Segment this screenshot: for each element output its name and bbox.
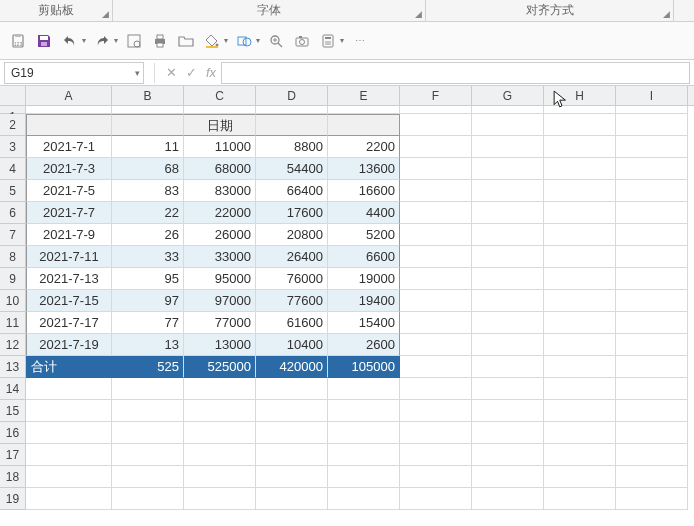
cell[interactable]: 2600 [328, 334, 400, 356]
cell[interactable] [184, 422, 256, 444]
cell[interactable] [400, 422, 472, 444]
cell[interactable] [472, 246, 544, 268]
cell[interactable] [400, 312, 472, 334]
cell[interactable] [26, 466, 112, 488]
cell[interactable] [26, 400, 112, 422]
cell[interactable] [400, 400, 472, 422]
cell[interactable] [26, 378, 112, 400]
cell[interactable]: 420000 [256, 356, 328, 378]
ribbon-group-clipboard[interactable]: 剪贴板 ◢ [0, 0, 113, 21]
cell[interactable]: 2200 [328, 136, 400, 158]
cell[interactable] [400, 378, 472, 400]
cell[interactable] [544, 312, 616, 334]
cell[interactable] [400, 224, 472, 246]
cell[interactable]: 77 [112, 312, 184, 334]
cell[interactable] [616, 356, 688, 378]
cell[interactable] [400, 114, 472, 136]
cell[interactable] [616, 466, 688, 488]
cell[interactable] [256, 488, 328, 510]
row-header[interactable]: 8 [0, 246, 26, 268]
cell[interactable] [256, 466, 328, 488]
cell[interactable] [472, 290, 544, 312]
row-header[interactable]: 13 [0, 356, 26, 378]
col-header-g[interactable]: G [472, 86, 544, 105]
cell[interactable]: 11000 [184, 136, 256, 158]
save-icon[interactable] [34, 31, 54, 51]
dialog-launcher-icon[interactable]: ◢ [415, 9, 422, 19]
cell[interactable]: 2021-7-13 [26, 268, 112, 290]
accept-formula-icon[interactable]: ✓ [181, 65, 201, 80]
cell[interactable]: 2021-7-3 [26, 158, 112, 180]
cell[interactable]: 2021-7-15 [26, 290, 112, 312]
cell[interactable] [472, 106, 544, 114]
cell[interactable]: 525 [112, 356, 184, 378]
cell[interactable] [472, 378, 544, 400]
fx-icon[interactable]: fx [201, 65, 221, 80]
cell[interactable] [544, 334, 616, 356]
cell[interactable] [472, 312, 544, 334]
zoom-icon[interactable] [266, 31, 286, 51]
cell[interactable]: 2021-7-7 [26, 202, 112, 224]
cell[interactable] [544, 158, 616, 180]
camera-icon[interactable] [292, 31, 312, 51]
cell[interactable] [616, 400, 688, 422]
cell[interactable] [472, 224, 544, 246]
cell[interactable] [400, 246, 472, 268]
cell[interactable]: 97 [112, 290, 184, 312]
cell[interactable] [400, 334, 472, 356]
col-header-h[interactable]: H [544, 86, 616, 105]
row-header[interactable]: 12 [0, 334, 26, 356]
formula-input[interactable] [221, 62, 690, 84]
row-header[interactable]: 11 [0, 312, 26, 334]
row-header[interactable]: 14 [0, 378, 26, 400]
cell[interactable]: 26400 [256, 246, 328, 268]
cell[interactable]: 19400 [328, 290, 400, 312]
cell[interactable] [616, 158, 688, 180]
cell[interactable] [112, 114, 184, 136]
row-header[interactable]: 7 [0, 224, 26, 246]
cell[interactable] [616, 444, 688, 466]
cell[interactable] [616, 312, 688, 334]
cell[interactable] [184, 378, 256, 400]
cell[interactable] [400, 106, 472, 114]
col-header-i[interactable]: I [616, 86, 688, 105]
cell[interactable] [544, 488, 616, 510]
cell[interactable]: 13000 [184, 334, 256, 356]
cell[interactable] [472, 400, 544, 422]
row-header[interactable]: 3 [0, 136, 26, 158]
cell[interactable] [112, 400, 184, 422]
cell[interactable]: 68000 [184, 158, 256, 180]
cell[interactable]: 17600 [256, 202, 328, 224]
cell[interactable]: 11 [112, 136, 184, 158]
cell[interactable] [328, 400, 400, 422]
cell[interactable]: 8800 [256, 136, 328, 158]
cell[interactable] [616, 136, 688, 158]
cell[interactable] [616, 106, 688, 114]
cell[interactable] [544, 290, 616, 312]
cancel-formula-icon[interactable]: ✕ [161, 65, 181, 80]
cell[interactable] [472, 202, 544, 224]
cell[interactable] [400, 444, 472, 466]
cell[interactable] [26, 444, 112, 466]
cell[interactable]: 19000 [328, 268, 400, 290]
cell[interactable]: 83000 [184, 180, 256, 202]
print-icon[interactable] [150, 31, 170, 51]
cell[interactable] [328, 444, 400, 466]
cell[interactable] [400, 136, 472, 158]
cell[interactable]: 61600 [256, 312, 328, 334]
cell[interactable] [544, 444, 616, 466]
cell[interactable] [256, 106, 328, 114]
cell[interactable] [112, 422, 184, 444]
cell[interactable] [544, 400, 616, 422]
row-header[interactable]: 2 [0, 114, 26, 136]
row-header[interactable]: 5 [0, 180, 26, 202]
cell[interactable] [256, 444, 328, 466]
row-header[interactable]: 6 [0, 202, 26, 224]
cell[interactable]: 13 [112, 334, 184, 356]
col-header-b[interactable]: B [112, 86, 184, 105]
cell[interactable] [616, 202, 688, 224]
cell[interactable]: 13600 [328, 158, 400, 180]
calculator-button[interactable]: ▾ [318, 31, 344, 51]
row-header[interactable]: 19 [0, 488, 26, 510]
cell[interactable] [616, 334, 688, 356]
